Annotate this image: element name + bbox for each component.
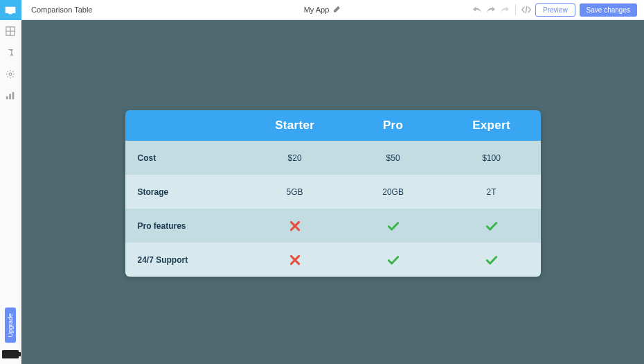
topbar: Comparison Table My App Preview Save cha… <box>21 0 644 20</box>
preview-button[interactable]: Preview <box>535 3 575 17</box>
svg-rect-1 <box>8 13 12 14</box>
table-row: Storage5GB20GB2T <box>125 175 541 209</box>
redo-disabled-icon <box>500 5 510 15</box>
table-cell: $100 <box>442 141 541 175</box>
redo-icon[interactable] <box>486 5 496 15</box>
check-icon <box>485 220 498 232</box>
plan-header: Pro <box>344 110 442 141</box>
cross-icon <box>289 220 301 232</box>
comparison-table[interactable]: Starter Pro Expert Cost$20$50$100Storage… <box>125 110 541 277</box>
layout-icon[interactable] <box>0 20 21 42</box>
svg-rect-0 <box>6 6 16 12</box>
toolbar-divider <box>515 4 516 15</box>
table-row: 24/7 Support <box>125 243 541 277</box>
pin-icon[interactable] <box>0 42 21 63</box>
analytics-icon[interactable] <box>0 85 21 106</box>
table-cell <box>246 243 344 277</box>
code-icon[interactable] <box>521 5 531 15</box>
table-cell: 20GB <box>344 175 442 209</box>
edit-name-icon[interactable] <box>332 6 340 15</box>
table-cell: $50 <box>344 141 442 175</box>
row-label: Storage <box>125 175 246 209</box>
row-label: 24/7 Support <box>125 243 246 277</box>
table-cell: 2T <box>442 175 541 209</box>
row-label: Cost <box>125 141 246 175</box>
app-logo[interactable] <box>0 0 21 20</box>
save-button[interactable]: Save changes <box>580 3 637 17</box>
table-cell <box>344 243 442 277</box>
sidebar: Upgrade <box>0 0 21 364</box>
plan-header: Starter <box>246 110 344 141</box>
table-cell: 5GB <box>246 175 344 209</box>
table-cell <box>442 243 541 277</box>
device-icon[interactable] <box>2 350 19 358</box>
table-header: Starter Pro Expert <box>125 110 541 141</box>
cross-icon <box>289 254 301 266</box>
table-cell <box>442 209 541 243</box>
plan-header: Expert <box>442 110 541 141</box>
upgrade-button[interactable]: Upgrade <box>5 308 16 343</box>
table-cell: $20 <box>246 141 344 175</box>
svg-rect-7 <box>9 94 11 99</box>
check-icon <box>387 220 400 232</box>
row-label: Pro features <box>125 209 246 243</box>
table-row: Cost$20$50$100 <box>125 141 541 175</box>
check-icon <box>485 254 498 266</box>
gear-icon[interactable] <box>0 63 21 85</box>
table-cell <box>344 209 442 243</box>
undo-icon[interactable] <box>472 5 482 15</box>
canvas[interactable]: Starter Pro Expert Cost$20$50$100Storage… <box>21 20 644 364</box>
svg-point-5 <box>9 73 12 76</box>
table-row: Pro features <box>125 209 541 243</box>
svg-rect-8 <box>12 92 15 99</box>
page-title: Comparison Table <box>31 6 92 14</box>
check-icon <box>387 254 400 266</box>
app-name[interactable]: My App <box>304 6 330 14</box>
svg-rect-6 <box>6 96 8 98</box>
table-cell <box>246 209 344 243</box>
